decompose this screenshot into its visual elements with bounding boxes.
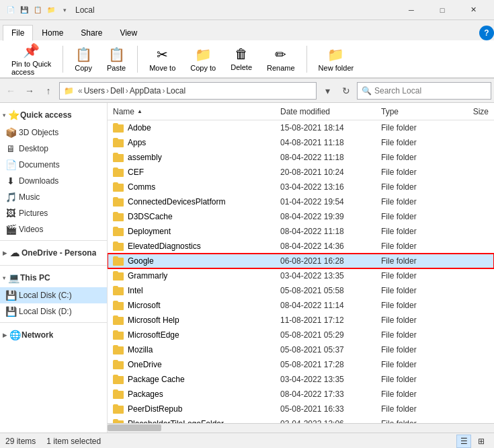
file-date: 05-08-2021 05:37 [280,345,381,354]
folder-icon [113,153,124,162]
table-row[interactable]: Package Cache03-04-2022 13:35File folder [108,372,494,387]
refresh-button[interactable]: ↻ [338,83,354,99]
h-scroll-bar[interactable] [108,424,494,433]
sidebar-pictures-label: Pictures [19,209,48,218]
sidebar-divider-1 [0,240,107,241]
dropdown-path-button[interactable]: ▾ [319,83,335,99]
window-controls: ─ □ ✕ [396,0,489,20]
minimize-button[interactable]: ─ [396,0,427,20]
table-row[interactable]: Deployment08-04-2022 11:18File folder [108,224,494,239]
table-row[interactable]: ConnectedDevicesPlatform01-04-2022 19:54… [108,194,494,209]
table-row[interactable]: D3DSCache08-04-2022 19:39File folder [108,209,494,224]
ribbon-pin-button[interactable]: 📌 Pin to Quickaccess [5,39,57,79]
sidebar-localdiskd-label: Local Disk (D:) [19,307,72,316]
sidebar-network-label: Network [22,330,53,340]
sidebar-item-local-disk-c[interactable]: 💾 Local Disk (C:) [0,287,107,303]
thispc-icon: 💻 [8,272,19,283]
file-date: 15-08-2021 18:14 [280,123,381,133]
col-header-name[interactable]: Name ▲ [113,107,280,116]
window-title: Local [75,5,396,15]
sidebar-header-thispc[interactable]: ▾ 💻 This PC [0,268,107,287]
ribbon-newfolder-button[interactable]: 📁 New folder [313,43,360,75]
forward-button[interactable]: → [22,83,38,99]
sidebar-item-local-disk-d[interactable]: 💾 Local Disk (D:) [0,303,107,320]
sidebar-header-network[interactable]: ▶ 🌐 Network [0,326,107,344]
sidebar-header-quick-access[interactable]: ▾ ⭐ Quick access [0,106,107,124]
desktop-icon: 🖥 [5,143,16,154]
localdiskc-icon: 💾 [5,290,16,301]
sidebar-header-onedrive[interactable]: ▶ ☁ OneDrive - Persona [0,244,107,262]
file-name: Package Cache [113,375,280,384]
table-row[interactable]: PlaceholderTileLogoFolder03-04-2022 13:0… [108,416,494,423]
file-type: File folder [381,345,448,354]
file-date: 08-04-2022 11:18 [280,153,381,162]
folder-icon [113,286,124,295]
file-name: Comms [113,182,280,192]
view-icons-button[interactable]: ⊞ [474,435,489,448]
table-row[interactable]: Microsoft08-04-2022 11:14File folder [108,298,494,313]
table-row[interactable]: assembly08-04-2022 11:18File folder [108,150,494,165]
address-path[interactable]: 📁 « Users › Dell › AppData › Local [59,82,317,100]
file-name: OneDrive [113,360,280,369]
back-button[interactable]: ← [3,83,19,99]
table-row[interactable]: Google06-08-2021 16:28File folder [108,254,494,268]
file-date: 08-04-2022 11:18 [280,227,381,236]
sidebar-item-pictures[interactable]: 🖼 Pictures [0,205,107,221]
copy-label: Copy [75,64,92,72]
ribbon-copyto-button[interactable]: 📁 Copy to [184,43,222,75]
title-dropdown-icon[interactable]: ▾ [59,5,70,15]
search-input[interactable] [374,86,487,96]
ribbon-paste-button[interactable]: 📋 Paste [101,43,132,75]
table-row[interactable]: Apps04-08-2021 11:18File folder [108,135,494,150]
horizontal-scrollbar[interactable] [108,423,494,433]
table-row[interactable]: PeerDistRepub05-08-2021 16:33File folder [108,402,494,416]
table-row[interactable]: CEF20-08-2021 10:24File folder [108,165,494,180]
ribbon-move-button[interactable]: ✂ Move to [143,43,181,75]
up-button[interactable]: ↑ [40,83,56,99]
status-right: ☰ ⊞ [456,435,489,448]
rename-icon: ✏ [275,46,286,63]
help-button[interactable]: ? [479,26,494,40]
col-header-size[interactable]: Size [448,107,489,116]
sidebar-item-desktop[interactable]: 🖥 Desktop [0,141,107,157]
folder-icon [113,315,124,325]
file-name: Intel [113,286,280,295]
table-row[interactable]: Grammarly03-04-2022 13:35File folder [108,268,494,283]
file-type: File folder [381,271,448,281]
file-name: Microsoft [113,301,280,310]
table-row[interactable]: Mozilla05-08-2021 05:37File folder [108,342,494,357]
sidebar-item-videos[interactable]: 🎬 Videos [0,221,107,237]
ribbon-rename-button[interactable]: ✏ Rename [261,43,301,75]
onedrive-icon: ☁ [9,248,20,258]
table-row[interactable]: Comms03-04-2022 13:16File folder [108,180,494,194]
file-type: File folder [381,286,448,295]
ribbon-delete-button[interactable]: 🗑 Delete [224,43,258,75]
close-button[interactable]: ✕ [458,0,489,20]
table-row[interactable]: Intel05-08-2021 05:58File folder [108,283,494,298]
sidebar-item-downloads[interactable]: ⬇ Downloads [0,173,107,189]
h-scroll-thumb[interactable] [108,424,161,431]
col-name-label: Name [113,107,134,116]
table-row[interactable]: Packages08-04-2022 17:33File folder [108,387,494,402]
col-header-date[interactable]: Date modified [280,107,381,116]
sidebar-item-music[interactable]: 🎵 Music [0,189,107,205]
sidebar-item-3d-objects[interactable]: 📦 3D Objects [0,124,107,141]
file-type: File folder [381,360,448,369]
ribbon-copy-button[interactable]: 📋 Copy [69,43,98,75]
maximize-button[interactable]: □ [427,0,458,20]
sidebar-item-documents[interactable]: 📄 Documents [0,157,107,173]
sidebar-divider-3 [0,322,107,323]
table-row[interactable]: Microsoft Help11-08-2021 17:12File folde… [108,313,494,328]
rename-label: Rename [267,64,295,72]
tab-view[interactable]: View [111,25,146,40]
tab-share[interactable]: Share [72,25,111,40]
delete-label: Delete [231,63,252,71]
table-row[interactable]: Adobe15-08-2021 18:14File folder [108,120,494,135]
view-details-button[interactable]: ☰ [456,435,471,448]
table-row[interactable]: OneDrive05-08-2021 17:28File folder [108,357,494,372]
table-row[interactable]: MicrosoftEdge05-08-2021 05:29File folder [108,328,494,342]
column-headers: Name ▲ Date modified Type Size [108,103,494,120]
table-row[interactable]: ElevatedDiagnostics08-04-2022 14:36File … [108,239,494,254]
file-name: Grammarly [113,271,280,281]
col-header-type[interactable]: Type [381,107,448,116]
